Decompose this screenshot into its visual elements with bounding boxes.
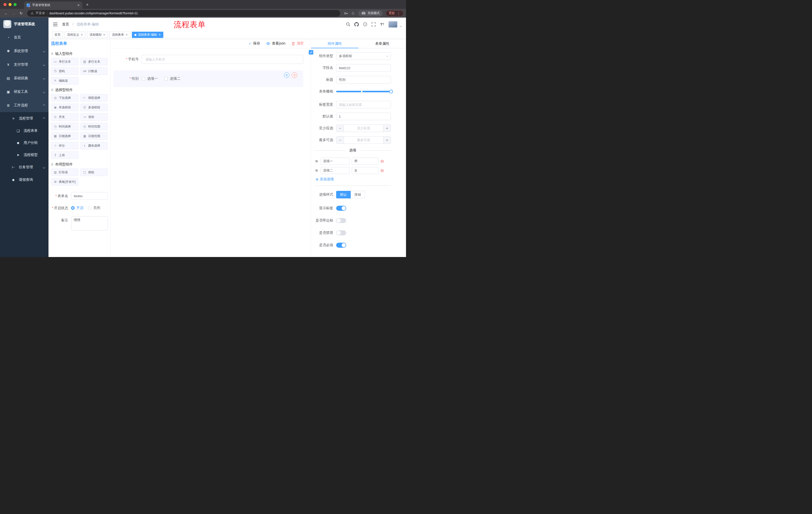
close-tab-icon[interactable]: ✕ [77, 3, 80, 7]
palette-item-rate[interactable]: ☆评分 [51, 142, 78, 150]
zoom-window-icon[interactable] [13, 3, 17, 6]
plus-icon[interactable]: + [383, 137, 391, 143]
palette-item-row-container[interactable]: ▥行容器 [51, 168, 78, 176]
close-icon[interactable]: ✕ [158, 33, 161, 36]
browser-menu-icon[interactable]: ⋮ [397, 11, 401, 15]
font-size-icon[interactable]: TT [380, 22, 384, 27]
clear-button[interactable]: 清空 [291, 41, 304, 46]
delete-component-button[interactable] [292, 73, 297, 78]
max-select-value[interactable]: 最多可选 [344, 137, 383, 143]
palette-item-radio-group[interactable]: ◉单选框组 [51, 104, 78, 111]
sidebar-item-home[interactable]: ◔ 首页 [0, 31, 49, 44]
tag-process-form-edit[interactable]: 流程表单-编辑✕ [132, 32, 163, 38]
show-label-toggle[interactable] [336, 206, 346, 211]
required-toggle[interactable] [336, 243, 346, 248]
slider-handle[interactable] [389, 90, 393, 93]
label-width-input[interactable] [336, 101, 391, 108]
help-icon[interactable]: ? [363, 22, 367, 27]
palette-item-time-range[interactable]: ◴时间范围 [80, 123, 108, 130]
palette-item-switch[interactable]: ⊙开关 [51, 113, 78, 121]
title-input[interactable] [336, 76, 391, 83]
radio-off-label[interactable]: 关闭 [93, 206, 100, 210]
palette-item-upload[interactable]: ↥上传 [51, 152, 78, 159]
avatar-caret-icon[interactable] [400, 25, 402, 27]
sidebar-item-leave-query[interactable]: ☻ 请假查询 [0, 173, 49, 186]
palette-item-checkbox-group[interactable]: ☑多选框组 [80, 104, 108, 111]
sidebar-toggle-icon[interactable] [53, 23, 58, 26]
plus-icon[interactable]: + [383, 125, 391, 132]
palette-item-cascader[interactable]: ⊢级联选择 [80, 94, 108, 102]
palette-item-time-picker[interactable]: ◷时间选择 [51, 123, 78, 130]
save-button[interactable]: ✓ 保存 [249, 41, 260, 46]
incognito-badge[interactable]: 无痕模式 [358, 10, 383, 17]
option-name-input[interactable] [321, 167, 350, 174]
default-value-input[interactable] [336, 113, 391, 120]
min-select-value[interactable]: 至少应选 [344, 125, 383, 132]
option-value-input[interactable] [352, 158, 378, 165]
breadcrumb-home[interactable]: 首页 [62, 22, 69, 26]
palette-item-date-range[interactable]: ▦日期范围 [80, 132, 108, 140]
grid-slider[interactable] [336, 88, 391, 95]
border-toggle[interactable] [336, 218, 346, 223]
checkbox-option-1-label[interactable]: 选项一 [147, 77, 158, 81]
palette-item-editor[interactable]: ✎编辑器 [51, 77, 78, 84]
palette-item-counter[interactable]: 123计数器 [80, 67, 108, 75]
sidebar-item-process-form[interactable]: ❏ 流程表单 [0, 125, 49, 137]
checkbox-option-1[interactable] [142, 77, 145, 80]
field-name-input[interactable] [336, 64, 391, 72]
minimize-window-icon[interactable] [8, 3, 11, 6]
sidebar-item-infra[interactable]: ▤ 基础设施 [0, 72, 49, 85]
checkbox-option-2[interactable] [164, 77, 168, 80]
tag-process-form[interactable]: 流程表单✕ [109, 32, 130, 38]
phone-input[interactable] [142, 55, 303, 64]
option-name-input[interactable] [321, 158, 350, 165]
close-icon[interactable]: ✕ [125, 33, 127, 36]
bookmark-star-icon[interactable]: ☆ [350, 11, 356, 16]
sidebar-item-user-group[interactable]: ☻ 用户分组 [0, 137, 49, 149]
tab-component-props[interactable]: 组件属性 [311, 39, 358, 48]
selected-component-gender[interactable]: *性别 选项一 选项二 [114, 71, 303, 87]
checkbox-option-2-label[interactable]: 选项二 [170, 77, 180, 81]
form-name-input[interactable] [71, 192, 108, 200]
sidebar-item-process-mgmt[interactable]: ≡ 流程管理 [0, 112, 49, 125]
add-option-button[interactable]: ⊕ 添加选项 [316, 177, 391, 182]
radio-on[interactable] [71, 206, 75, 210]
remove-option-icon[interactable]: ⊖ [380, 159, 384, 163]
fullscreen-icon[interactable] [371, 22, 376, 27]
option-drag-icon[interactable]: ≋ [315, 168, 319, 173]
avatar[interactable] [388, 21, 398, 28]
sidebar-item-devtools[interactable]: ▣ 研发工具 [0, 85, 49, 99]
slider-track[interactable] [336, 91, 391, 92]
minus-icon[interactable]: − [337, 125, 344, 132]
tag-home[interactable]: 首页 [52, 32, 63, 38]
sidebar-item-task-mgmt[interactable]: ⊢ 任务管理 [0, 161, 49, 173]
address-bar[interactable]: ⚠ 不安全 dashboard.yudao.iocoder.cn/bpm/man… [27, 10, 340, 17]
forward-icon[interactable]: → [10, 10, 17, 17]
field-phone[interactable]: *手机号 [114, 55, 303, 64]
close-icon[interactable]: ✕ [81, 33, 83, 36]
palette-item-multi-text[interactable]: ▤多行文本 [80, 58, 108, 65]
palette-item-button[interactable]: ▢按钮 [80, 168, 108, 176]
palette-item-password[interactable]: 密码 [51, 67, 78, 75]
sidebar-item-system[interactable]: ✱ 系统管理 [0, 44, 49, 58]
palette-item-color-picker[interactable]: ◐颜色选择 [80, 142, 108, 150]
remove-option-icon[interactable]: ⊖ [380, 168, 384, 173]
radio-off[interactable] [88, 206, 91, 210]
palette-item-select[interactable]: ◎下拉选择 [51, 94, 78, 102]
search-icon[interactable] [346, 22, 350, 27]
update-button[interactable]: 更新 ⋮ [386, 10, 404, 16]
palette-item-slider[interactable]: ⊸滑块 [80, 113, 108, 121]
style-default-button[interactable]: 默认 [336, 191, 351, 198]
option-drag-icon[interactable]: ≋ [315, 159, 319, 163]
copy-component-button[interactable] [284, 73, 289, 78]
minus-icon[interactable]: − [337, 137, 344, 143]
remark-textarea[interactable]: 嘿嘿 [71, 216, 108, 231]
palette-item-single-text[interactable]: ▭单行文本 [51, 58, 78, 65]
link-icon-button[interactable] [309, 50, 313, 55]
security-warning-icon[interactable]: ⚠ [31, 11, 34, 15]
radio-on-label[interactable]: 开启 [76, 206, 83, 210]
palette-item-table[interactable]: ⊞表格[开发中] [51, 178, 78, 186]
reload-icon[interactable]: ↻ [18, 10, 25, 17]
style-button-button[interactable]: 按钮 [351, 191, 365, 198]
close-window-icon[interactable] [3, 3, 6, 6]
